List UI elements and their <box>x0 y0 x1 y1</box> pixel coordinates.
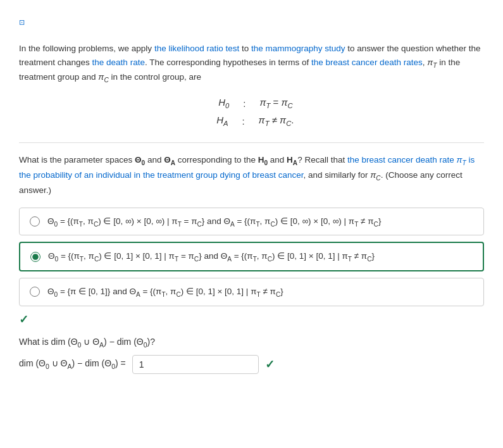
option-3-math: Θ0 = {π ∈ [0, 1]} and ΘA = {(πT, πC) ∈ [… <box>47 286 283 298</box>
option-1-radio[interactable] <box>30 216 40 227</box>
correct-check-icon: ✓ <box>19 313 484 327</box>
section-divider <box>19 142 484 143</box>
dim-answer-input[interactable] <box>132 355 259 374</box>
bookmark-icon: ⊡ <box>19 18 25 27</box>
dim-answer-check-icon: ✓ <box>265 358 275 371</box>
dim-answer-row: dim (Θ0 ∪ ΘA) − dim (Θ0) = ✓ <box>19 355 484 374</box>
option-3[interactable]: Θ0 = {π ∈ [0, 1]} and ΘA = {(πT, πC) ∈ [… <box>19 278 484 306</box>
dim-question: What is dim (Θ0 ∪ ΘA) − dim (Θ0)? <box>19 337 484 349</box>
hypothesis-equations: H0 : πT = πC HA : πT ≠ πC. <box>19 97 484 127</box>
question-text: What is the parameter spaces Θ0 and ΘA c… <box>19 153 484 197</box>
option-1-math: Θ0 = {(πT, πC) ∈ [0, ∞) × [0, ∞) | πT = … <box>47 216 381 228</box>
option-2-math: Θ0 = {(πT, πC) ∈ [0, 1] × [0, 1] | πT = … <box>48 251 375 263</box>
intro-text: In the following problems, we apply the … <box>19 42 484 85</box>
option-3-radio[interactable] <box>30 287 40 297</box>
option-2[interactable]: Θ0 = {(πT, πC) ∈ [0, 1] × [0, 1] | πT = … <box>19 242 484 271</box>
option-1[interactable]: Θ0 = {(πT, πC) ∈ [0, ∞) × [0, ∞) | πT = … <box>19 208 484 236</box>
bookmark-link[interactable]: ⊡ <box>19 18 27 27</box>
option-2-radio[interactable] <box>30 252 40 262</box>
dim-answer-label: dim (Θ0 ∪ ΘA) − dim (Θ0) = <box>19 358 126 370</box>
